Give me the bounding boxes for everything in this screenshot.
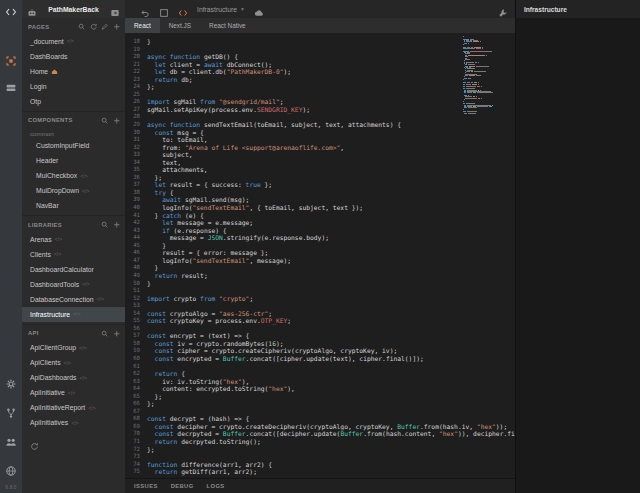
- code-view-icon[interactable]: [5, 4, 17, 16]
- sidebar-item-apiclientgroup[interactable]: ApiClientGroup</>: [22, 340, 125, 355]
- line-number: 49: [125, 272, 147, 280]
- code-line: 69 const decipher = crypto.createDeciphe…: [125, 423, 515, 431]
- line-number: 43: [125, 227, 147, 235]
- code-line: 73: [125, 453, 515, 461]
- code-text: sgMail.setApiKey(process.env.SENDGRID_KE…: [147, 106, 310, 114]
- item-label: MuiDropDown: [36, 187, 79, 194]
- code-line: 75 return getDiff(arr1, arr2);: [125, 468, 515, 476]
- code-line: 36 };: [125, 174, 515, 182]
- sidebar-item-header[interactable]: Header: [22, 153, 125, 168]
- line-number: 46: [125, 249, 147, 257]
- search-icon[interactable]: [101, 330, 109, 338]
- search-icon[interactable]: [101, 117, 109, 125]
- sidebar-item-apiinitiative[interactable]: ApiInitiative</>: [22, 385, 125, 400]
- sidebar-item-databaseconnection[interactable]: DatabaseConnection</>: [22, 292, 125, 307]
- frame-select-icon[interactable]: [159, 4, 169, 14]
- sidebar-item-infrastructure[interactable]: Infrastructure</>: [22, 307, 125, 322]
- plus-icon[interactable]: [113, 330, 121, 338]
- line-number: 64: [125, 385, 147, 393]
- item-label: DatabaseConnection: [30, 296, 93, 303]
- minimap[interactable]: [463, 36, 493, 114]
- code-text: };: [147, 174, 162, 182]
- sidebar: PAGES_document</>DashBoardsHomeLoginOtpC…: [22, 18, 125, 493]
- activity-rail: 6.8.0: [0, 0, 22, 493]
- team-users-icon[interactable]: [5, 434, 17, 446]
- code-text: const iv = crypto.randomBytes(16);: [147, 340, 284, 348]
- search-icon[interactable]: [101, 221, 109, 229]
- sidebar-item-apiinitiativereport[interactable]: ApiInitiativeReport</>: [22, 400, 125, 415]
- pen-icon[interactable]: [101, 23, 109, 31]
- bottom-tab-debug[interactable]: DEBUG: [171, 483, 194, 489]
- search-icon[interactable]: [78, 23, 86, 31]
- code-line: 53: [125, 302, 515, 310]
- item-label: ApiInitiative: [30, 389, 65, 396]
- git-branch-icon[interactable]: [5, 405, 17, 417]
- sidebar-item--document[interactable]: _document</>: [22, 34, 125, 49]
- code-line: 27sgMail.setApiKey(process.env.SENDGRID_…: [125, 106, 515, 114]
- tab-next-js[interactable]: Next.JS: [160, 18, 200, 33]
- code-line: 43 if (e.response) {: [125, 227, 515, 235]
- sidebar-item-otp[interactable]: Otp: [22, 94, 125, 109]
- undo-icon[interactable]: [140, 4, 150, 14]
- page-selector-dropdown[interactable]: Infrastructure ▼: [197, 6, 245, 13]
- code-line: 28: [125, 113, 515, 121]
- sidebar-item-dashboardtools[interactable]: DashboardTools</>: [22, 277, 125, 292]
- line-number: 42: [125, 219, 147, 227]
- globe-icon[interactable]: [5, 463, 17, 475]
- code-editor[interactable]: 18}1920async function getDB() {21 let cl…: [125, 33, 515, 478]
- code-line: 45 }: [125, 242, 515, 250]
- code-text: import sgMail from "@sendgrid/mail";: [147, 98, 284, 106]
- sidebar-item-clients[interactable]: Clients</>: [22, 247, 125, 262]
- server-panel-icon[interactable]: [5, 80, 17, 92]
- sidebar-item-login[interactable]: Login: [22, 79, 125, 94]
- code-line: 72};: [125, 446, 515, 454]
- bottom-tab-logs[interactable]: LOGS: [207, 483, 225, 489]
- sidebar-refresh-button[interactable]: [30, 437, 39, 446]
- sidebar-item-apidashboards[interactable]: ApiDashboards</>: [22, 370, 125, 385]
- sidebar-item-muidropdown[interactable]: MuiDropDown</>: [22, 183, 125, 198]
- item-label: NavBar: [36, 202, 59, 209]
- code-tag-icon[interactable]: [178, 4, 188, 14]
- sidebar-item-arenas[interactable]: Arenas</>: [22, 232, 125, 247]
- cloud-upload-icon[interactable]: [254, 4, 264, 14]
- plus-icon[interactable]: [113, 23, 121, 31]
- code-text: attachments,: [147, 166, 208, 174]
- code-text: const cipher = crypto.createCipheriv(cry…: [147, 347, 397, 355]
- sidebar-item-apiclients[interactable]: ApiClients</>: [22, 355, 125, 370]
- plus-icon[interactable]: [113, 117, 121, 125]
- sidebar-item-apiinitiatives[interactable]: ApiInitiatives</>: [22, 415, 125, 430]
- sidebar-item-navbar[interactable]: NavBar: [22, 198, 125, 213]
- line-number: 24: [125, 83, 147, 91]
- settings-gear-icon[interactable]: [5, 376, 17, 388]
- sidebar-item-home[interactable]: Home: [22, 64, 125, 79]
- plus-icon[interactable]: [113, 221, 121, 229]
- wrench-icon[interactable]: [498, 4, 508, 14]
- tab-react-native[interactable]: React Native: [200, 18, 255, 33]
- sidebar-item-dashboards[interactable]: DashBoards: [22, 49, 125, 64]
- sidebar-item-dashboardcalculator[interactable]: DashboardCalculator: [22, 262, 125, 277]
- line-number: 48: [125, 264, 147, 272]
- line-number: 58: [125, 340, 147, 348]
- code-tag: </>: [68, 390, 76, 396]
- line-number: 23: [125, 76, 147, 84]
- robot-icon[interactable]: [27, 4, 37, 14]
- line-number: 62: [125, 370, 147, 378]
- code-text: iv: iv.toString("hex"),: [147, 378, 249, 386]
- code-text: return {: [147, 370, 185, 378]
- tab-react[interactable]: React: [125, 18, 160, 33]
- item-label: DashboardTools: [30, 281, 79, 288]
- refresh-icon[interactable]: [90, 23, 98, 31]
- item-label: Home: [30, 68, 48, 75]
- toolbar: Infrastructure ▼: [125, 0, 515, 18]
- project-name[interactable]: PathMakerBack: [48, 6, 99, 13]
- sidebar-item-custominputfield[interactable]: CustomInputField: [22, 138, 125, 153]
- code-line: 33 subject,: [125, 151, 515, 159]
- code-line: 19: [125, 46, 515, 54]
- section-title: COMPONENTS: [28, 117, 97, 123]
- app-version-label: 6.8.0: [5, 485, 16, 490]
- sidebar-item-muicheckbox[interactable]: MuiCheckbox</>: [22, 168, 125, 183]
- app-structure-icon[interactable]: [5, 53, 17, 65]
- publish-icon[interactable]: [110, 4, 120, 14]
- bottom-tab-issues[interactable]: ISSUES: [134, 483, 158, 489]
- section-title: LIBRARIES: [28, 222, 97, 228]
